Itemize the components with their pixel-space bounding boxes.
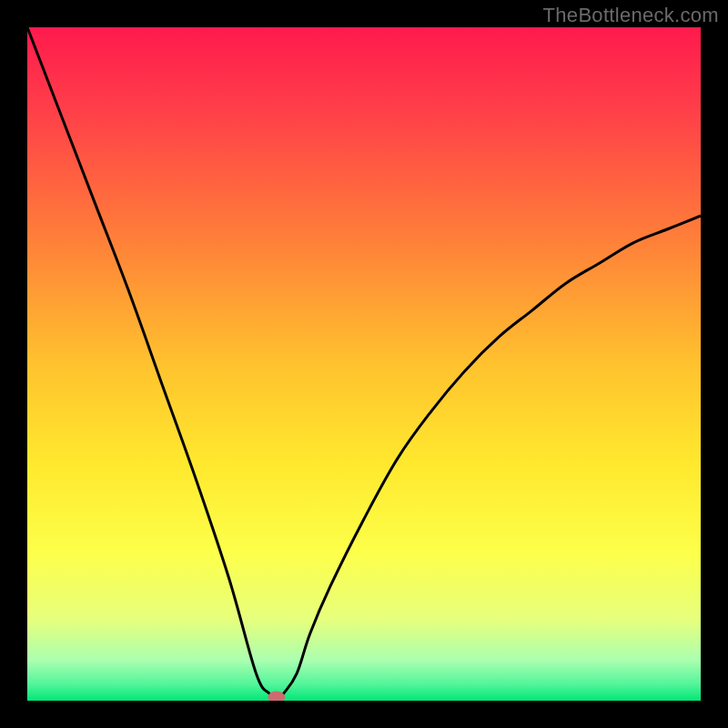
chart-frame: TheBottleneck.com [0, 0, 728, 728]
min-marker [268, 692, 285, 701]
watermark-text: TheBottleneck.com [543, 4, 719, 27]
plot-area [27, 27, 701, 701]
plot-svg [27, 27, 701, 701]
gradient-background [27, 27, 701, 701]
